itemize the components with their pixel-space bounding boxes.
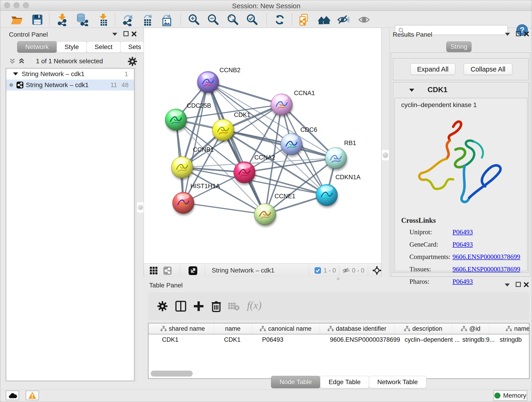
- zoom-out-icon[interactable]: [207, 13, 220, 26]
- table-panel-title: Table Panel: [149, 282, 183, 289]
- export-image-icon[interactable]: [160, 13, 173, 26]
- table-panel-menu-icon[interactable]: [505, 283, 510, 287]
- zoom-selected-icon[interactable]: [246, 13, 259, 26]
- collapse-all-button[interactable]: Collapse All: [464, 64, 512, 75]
- node-label-CCNB2: CCNB2: [220, 67, 241, 74]
- node-table[interactable]: shared namenamecanonical namedatabase id…: [148, 323, 530, 379]
- show-eye-icon[interactable]: [358, 13, 370, 26]
- table-panel-close-icon[interactable]: [524, 282, 529, 287]
- results-panel-menu-icon[interactable]: [505, 33, 510, 36]
- tab-edge-table[interactable]: Edge Table: [320, 376, 369, 388]
- zoom-fit-icon[interactable]: [227, 13, 239, 26]
- control-panel-close-icon[interactable]: [131, 31, 137, 37]
- fit-content-crosshair-icon[interactable]: [372, 266, 382, 275]
- column-network-icon: [328, 326, 334, 332]
- column-header-description[interactable]: description: [394, 323, 452, 334]
- save-session-icon[interactable]: [31, 13, 44, 26]
- edge-CCNB2-CCNA1[interactable]: [208, 82, 282, 104]
- import-table-icon[interactable]: [97, 13, 110, 26]
- home-views-icon[interactable]: [318, 13, 331, 26]
- crosslink-value-link[interactable]: P06493: [452, 241, 473, 248]
- crosslink-value-link[interactable]: 9606.ENSP00000378699: [452, 253, 520, 261]
- cell-database-identifier[interactable]: 9606.ENSP00000378699: [320, 334, 405, 345]
- export-table-icon[interactable]: [141, 13, 154, 26]
- network-share-view-icon[interactable]: [163, 266, 172, 275]
- edge-CDK1-RB1[interactable]: [223, 130, 336, 158]
- open-session-icon[interactable]: [10, 13, 23, 26]
- tab-node-table[interactable]: Node Table: [271, 376, 320, 388]
- column-header-database-identifier[interactable]: database identifier: [320, 323, 394, 334]
- control-panel-menu-icon[interactable]: [112, 33, 117, 36]
- toolbar-separator: [115, 13, 115, 26]
- selected-checkbox-icon[interactable]: [314, 267, 321, 274]
- control-panel-tabs: NetworkStyleSelectSets: [17, 41, 149, 52]
- grid-view-icon[interactable]: [149, 266, 158, 275]
- import-network-from-database-icon[interactable]: [76, 13, 89, 26]
- clone-network-icon[interactable]: [298, 13, 311, 26]
- column-header-namespace[interactable]: namespace: [489, 323, 530, 334]
- delete-trash-icon[interactable]: [210, 300, 222, 313]
- split-columns-icon[interactable]: [175, 300, 186, 312]
- tab-style[interactable]: Style: [57, 41, 87, 53]
- hidden-eye-icon[interactable]: [342, 267, 351, 274]
- node-CCNE1[interactable]: CCNE1: [254, 193, 296, 225]
- cell-canonical-name[interactable]: P06493: [252, 334, 330, 345]
- network-options-gear-icon[interactable]: [128, 57, 137, 66]
- open-in-new-window-icon[interactable]: [188, 266, 197, 275]
- network-graph[interactable]: CCNB2CCNA1CDC25BCDK1CDC6RB1CCNB1CCNA2CDK…: [144, 28, 381, 263]
- crosslink-value-link[interactable]: P06493: [452, 228, 473, 236]
- node-CCNA1[interactable]: CCNA1: [271, 89, 315, 115]
- node-RB1[interactable]: RB1: [325, 140, 356, 169]
- results-panel-float-icon[interactable]: [516, 31, 521, 36]
- tab-network[interactable]: Network: [17, 41, 57, 53]
- separator: [339, 265, 339, 275]
- column-header-@id[interactable]: @id: [452, 323, 490, 334]
- export-network-icon[interactable]: [121, 13, 134, 26]
- network-row-selected[interactable]: String Network – cdk1 11 48: [6, 80, 134, 90]
- tab-string[interactable]: String: [446, 41, 472, 52]
- import-network-icon[interactable]: [56, 13, 69, 26]
- table-gear-icon[interactable]: [157, 301, 168, 312]
- separator: [368, 265, 368, 275]
- column-header-name[interactable]: name: [214, 323, 252, 334]
- node-label-CCNA2: CCNA2: [254, 154, 275, 161]
- expand-all-button[interactable]: Expand All: [410, 64, 455, 75]
- hide-selected-eye-icon[interactable]: [336, 13, 349, 26]
- crosslink-value-link[interactable]: 9606.ENSP00000378699: [452, 265, 520, 273]
- tab-network-table[interactable]: Network Table: [369, 376, 426, 388]
- table-horizontal-scrollbar[interactable]: [151, 370, 193, 376]
- zoom-in-icon[interactable]: [188, 13, 201, 26]
- cell-shared-name[interactable]: CDK1: [152, 334, 224, 345]
- network-collection-row[interactable]: String Network – cdk1 1: [6, 69, 134, 80]
- toolbar-separator: [292, 13, 292, 26]
- status-bar: Memory: [0, 389, 532, 402]
- table-tabs: Node TableEdge TableNetwork Table: [271, 376, 426, 388]
- add-column-plus-icon[interactable]: [193, 300, 204, 312]
- node-CDKN1A[interactable]: CDKN1A: [316, 174, 361, 206]
- edge-HIST1H1A-CCNE1[interactable]: [183, 203, 265, 214]
- table-row[interactable]: CDK1CDK1P064939606.ENSP00000378699cyclin…: [148, 334, 530, 345]
- entry-gene-name: CDK1: [428, 85, 447, 94]
- left-splitter-handle[interactable]: [137, 202, 144, 213]
- warning-status-button[interactable]: [26, 390, 39, 400]
- results-panel-close-icon[interactable]: [524, 31, 529, 37]
- tab-select[interactable]: Select: [87, 41, 120, 53]
- network-canvas[interactable]: CCNB2CCNA1CDC25BCDK1CDC6RB1CCNB1CCNA2CDK…: [144, 28, 381, 263]
- right-splitter-handle[interactable]: [381, 150, 389, 161]
- edge-CCNB2-CCNE1[interactable]: [208, 82, 265, 214]
- node-HIST1H1A[interactable]: HIST1H1A: [172, 183, 220, 214]
- collection-expand-icon[interactable]: [13, 72, 18, 75]
- title-bar: Session: New Session: [0, 0, 532, 11]
- memory-button[interactable]: Memory: [494, 390, 527, 401]
- entry-collapse-icon[interactable]: [409, 89, 414, 92]
- column-network-icon: [260, 326, 266, 332]
- control-panel-float-icon[interactable]: [123, 31, 128, 36]
- refresh-icon[interactable]: [273, 13, 286, 26]
- table-panel-float-icon[interactable]: [516, 282, 521, 287]
- column-header-shared-name[interactable]: shared name: [152, 323, 214, 334]
- cloud-status-button[interactable]: [6, 390, 19, 400]
- node-label-CDK1: CDK1: [234, 111, 250, 118]
- column-header-canonical-name[interactable]: canonical name: [252, 323, 320, 334]
- column-label: description: [412, 325, 443, 332]
- cell-namespace[interactable]: stringdb: [489, 334, 530, 345]
